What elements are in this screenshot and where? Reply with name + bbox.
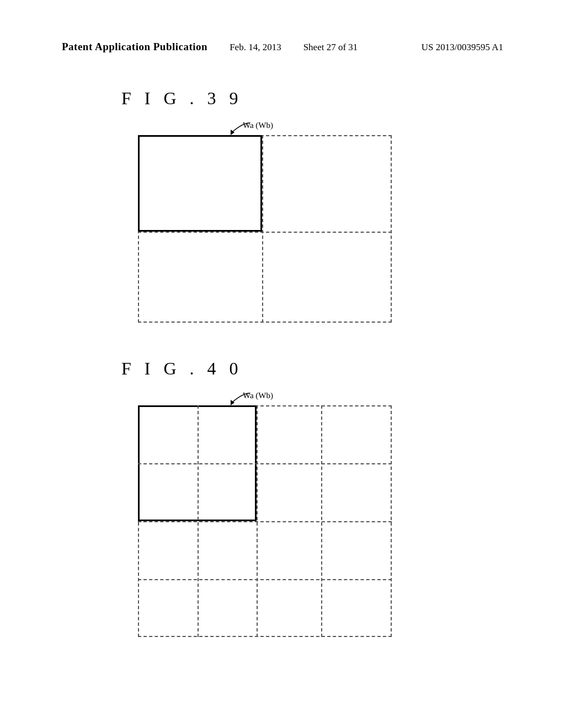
fig39-diagram: Wa (Wb) — [127, 119, 403, 328]
patent-label: Patent Application Publication — [62, 41, 207, 53]
fig39-vertical-dashed — [262, 135, 263, 323]
fig39-solid-rect — [138, 135, 262, 232]
header-number: US 2013/0039595 A1 — [422, 42, 503, 53]
page: Patent Application Publication Feb. 14, … — [0, 0, 565, 728]
fig40-h1-dashed — [138, 463, 392, 464]
header-sheet: Sheet 27 of 31 — [303, 42, 358, 53]
fig40-h2-dashed — [138, 521, 392, 522]
fig40-diagram: Wa (Wb) — [127, 389, 403, 643]
header-date: Feb. 14, 2013 — [230, 42, 281, 53]
fig39-title: F I G . 3 9 — [121, 88, 243, 109]
header: Patent Application Publication Feb. 14, … — [0, 41, 565, 53]
fig40-h3-dashed — [138, 579, 392, 580]
fig40-title: F I G . 4 0 — [121, 358, 243, 379]
fig39-horizontal-dashed — [138, 232, 392, 233]
